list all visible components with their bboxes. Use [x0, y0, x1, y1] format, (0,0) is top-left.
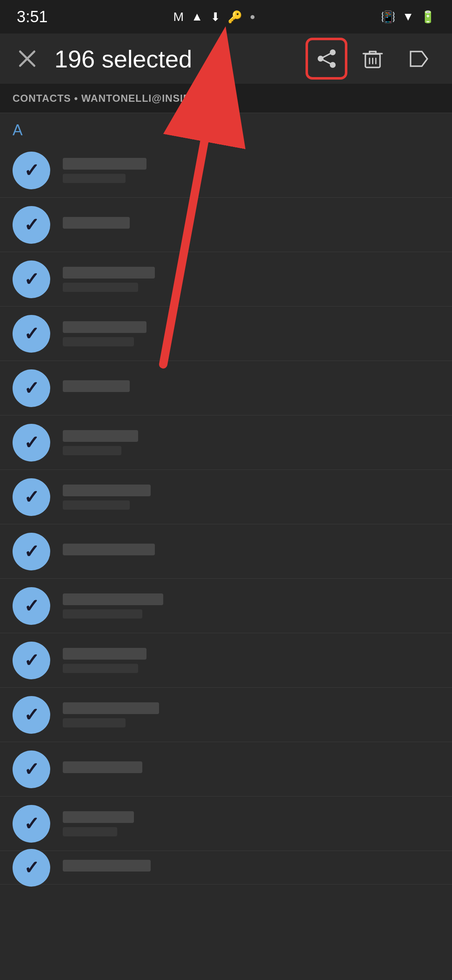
avatar: ✓	[13, 315, 50, 353]
contact-info	[63, 158, 439, 183]
list-item[interactable]: ✓	[0, 198, 452, 252]
dot-icon: ●	[250, 11, 255, 22]
contact-info	[63, 485, 439, 510]
delete-button[interactable]	[352, 38, 393, 80]
avatar: ✓	[13, 424, 50, 462]
drive-icon: ▲	[191, 10, 203, 23]
contact-info	[63, 811, 439, 836]
list-item[interactable]: ✓	[0, 688, 452, 742]
contact-info	[63, 217, 439, 233]
action-icons	[306, 38, 439, 80]
avatar: ✓	[13, 849, 50, 887]
avatar: ✓	[13, 750, 50, 788]
status-icons: M ▲ ⬇ 🔑 ●	[173, 10, 255, 24]
contact-detail	[63, 283, 138, 292]
list-item[interactable]: ✓	[0, 797, 452, 851]
contact-detail	[63, 664, 138, 673]
label-button[interactable]	[398, 38, 439, 80]
svg-line-5	[321, 52, 333, 59]
contact-name	[63, 217, 130, 229]
contact-name	[63, 430, 138, 442]
check-icon: ✓	[24, 486, 39, 508]
avatar: ✓	[13, 696, 50, 734]
avatar: ✓	[13, 152, 50, 189]
list-item[interactable]: ✓	[0, 307, 452, 361]
check-icon: ✓	[24, 758, 39, 780]
contact-name	[63, 158, 146, 170]
contact-info	[63, 702, 439, 727]
check-icon: ✓	[24, 377, 39, 399]
list-item[interactable]: ✓	[0, 415, 452, 470]
status-right-icons: 📳 ▼ 🔋	[381, 10, 435, 24]
key-icon: 🔑	[228, 10, 242, 24]
list-item[interactable]: ✓	[0, 252, 452, 307]
contact-name	[63, 593, 163, 605]
contact-info	[63, 430, 439, 455]
avatar: ✓	[13, 260, 50, 298]
contact-name	[63, 648, 146, 660]
list-item[interactable]: ✓	[0, 361, 452, 415]
vibrate-icon: 📳	[381, 10, 396, 24]
contact-detail	[63, 446, 121, 455]
check-icon: ✓	[24, 214, 39, 235]
avatar: ✓	[13, 587, 50, 625]
share-button[interactable]	[306, 38, 347, 80]
check-icon: ✓	[24, 857, 39, 878]
check-icon: ✓	[24, 323, 39, 344]
action-bar: 196 selected	[0, 34, 452, 84]
contact-detail	[63, 827, 117, 836]
section-header-a: A	[0, 113, 452, 143]
avatar: ✓	[13, 478, 50, 516]
avatar: ✓	[13, 805, 50, 843]
contact-name	[63, 267, 155, 279]
contact-info	[63, 544, 439, 560]
status-time: 3:51	[17, 8, 48, 26]
avatar: ✓	[13, 206, 50, 244]
check-icon: ✓	[24, 595, 39, 616]
contact-info	[63, 380, 439, 396]
contact-name	[63, 702, 159, 714]
contact-name	[63, 321, 146, 333]
sub-header: CONTACTS • WANTONELLI@INSIDER.COM	[0, 84, 452, 113]
check-icon: ✓	[24, 432, 39, 453]
avatar: ✓	[13, 369, 50, 407]
list-item[interactable]: ✓	[0, 143, 452, 198]
contact-info	[63, 593, 439, 619]
wifi-icon: ▼	[402, 10, 414, 23]
list-item[interactable]: ✓	[0, 470, 452, 524]
list-item[interactable]: ✓	[0, 851, 452, 885]
avatar: ✓	[13, 642, 50, 679]
contact-detail	[63, 337, 134, 346]
contact-name	[63, 544, 155, 555]
contact-info	[63, 761, 439, 777]
sub-header-text: CONTACTS • WANTONELLI@INSIDER.COM	[13, 93, 234, 104]
list-item[interactable]: ✓	[0, 633, 452, 688]
contact-info	[63, 267, 439, 292]
check-icon: ✓	[24, 813, 39, 834]
contact-name	[63, 485, 151, 496]
contact-info	[63, 860, 439, 876]
contact-name	[63, 811, 134, 823]
check-icon: ✓	[24, 160, 39, 181]
contact-detail	[63, 500, 130, 510]
contact-detail	[63, 609, 142, 619]
status-bar: 3:51 M ▲ ⬇ 🔑 ● 📳 ▼ 🔋	[0, 0, 452, 34]
check-icon: ✓	[24, 650, 39, 671]
battery-icon: 🔋	[421, 10, 435, 24]
list-item[interactable]: ✓	[0, 742, 452, 797]
contact-info	[63, 648, 439, 673]
close-button[interactable]	[13, 44, 42, 73]
contact-detail	[63, 174, 126, 183]
contact-name	[63, 860, 151, 872]
selected-count: 196 selected	[50, 45, 297, 73]
contact-name	[63, 380, 130, 392]
check-icon: ✓	[24, 704, 39, 725]
list-item[interactable]: ✓	[0, 579, 452, 633]
avatar: ✓	[13, 533, 50, 570]
svg-line-6	[321, 59, 333, 65]
contact-info	[63, 321, 439, 346]
list-item[interactable]: ✓	[0, 524, 452, 579]
section-letter: A	[13, 121, 23, 139]
check-icon: ✓	[24, 541, 39, 562]
gmail-icon: M	[173, 10, 184, 24]
